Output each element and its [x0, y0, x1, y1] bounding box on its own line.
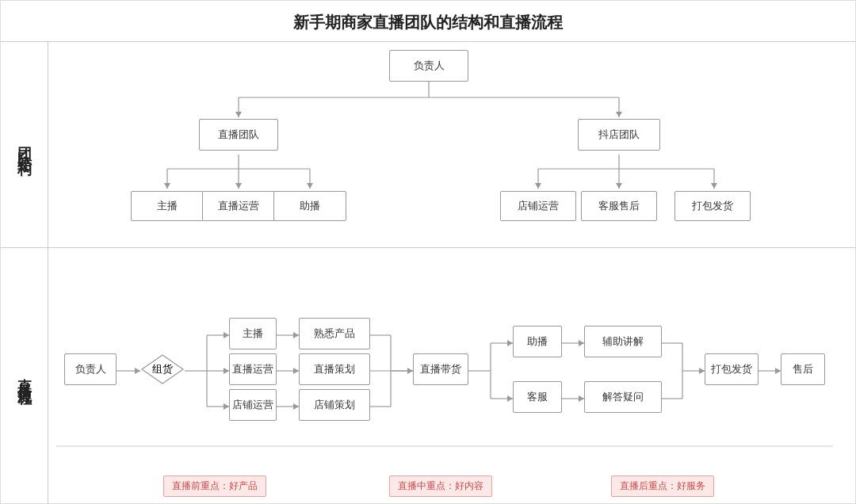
flow-scp: 熟悉产品 [299, 318, 370, 349]
flow-sh: 售后 [781, 353, 825, 385]
live-flow-label: 直播流程 [1, 248, 48, 504]
box-ddteam: 抖店团队 [578, 119, 660, 151]
svg-marker-58 [699, 368, 705, 374]
page-title: 新手期商家直播团队的结构和直播流程 [1, 1, 855, 42]
svg-marker-53 [579, 395, 584, 402]
svg-marker-30 [224, 368, 229, 374]
svg-marker-31 [224, 403, 229, 410]
svg-marker-37 [293, 403, 299, 410]
box-dpyy-top: 店铺运营 [500, 191, 576, 221]
svg-marker-33 [293, 332, 299, 338]
box-zb-top: 主播 [131, 191, 204, 221]
flow-zbch: 直播策划 [299, 353, 370, 385]
svg-marker-11 [164, 183, 170, 189]
live-flow-section: 直播流程 [1, 248, 855, 504]
svg-marker-48 [507, 340, 513, 346]
svg-marker-43 [407, 368, 413, 374]
svg-marker-4 [235, 112, 242, 117]
flow-zbdh: 直播带货 [413, 353, 468, 385]
svg-marker-51 [579, 340, 584, 346]
box-zb2-top: 助播 [273, 191, 346, 221]
svg-marker-49 [507, 395, 513, 402]
flow-dpch: 店铺策划 [299, 389, 370, 421]
flow-zbyy: 直播运营 [229, 353, 277, 385]
box-fzr-top: 负责人 [389, 50, 468, 82]
svg-marker-20 [616, 183, 622, 189]
team-structure-section: 团队结构 [1, 42, 855, 248]
flow-zu: 组货 [140, 353, 185, 385]
box-zbteam: 直播团队 [199, 119, 278, 151]
svg-marker-23 [135, 368, 140, 374]
team-label-text: 团队结构 [14, 136, 34, 155]
svg-marker-35 [293, 368, 299, 374]
highlight-mid: 直播中重点：好内容 [389, 475, 492, 497]
flow-dbfh: 打包发货 [705, 353, 759, 385]
svg-marker-60 [775, 368, 781, 374]
flow-fzr: 负责人 [64, 353, 117, 385]
team-structure-diagram: 负责人 直播团队 抖店团队 主播 直播运营 [48, 42, 855, 247]
box-dbfh-top: 打包发货 [674, 191, 751, 221]
flow-fzjj: 辅助讲解 [584, 326, 662, 357]
box-zbyy-top: 直播运营 [202, 191, 275, 221]
svg-marker-21 [711, 183, 717, 189]
highlight-before: 直播前重点：好产品 [163, 475, 266, 497]
box-kssl-top: 客服售后 [581, 191, 657, 221]
svg-marker-5 [616, 112, 622, 117]
svg-marker-12 [235, 183, 242, 189]
svg-marker-19 [535, 183, 541, 189]
team-structure-label: 团队结构 [1, 42, 48, 247]
svg-marker-13 [307, 183, 313, 189]
flow-zb2: 助播 [513, 326, 562, 357]
page: 新手期商家直播团队的结构和直播流程 团队结构 [0, 0, 856, 504]
flow-label-text: 直播流程 [14, 367, 34, 386]
flow-dpyy: 店铺运营 [229, 389, 277, 421]
flow-zb: 主播 [229, 318, 277, 349]
main-content: 团队结构 [1, 42, 855, 504]
flow-ks: 客服 [513, 381, 562, 413]
highlight-after: 直播后重点：好服务 [611, 475, 714, 497]
flow-jdyw: 解答疑问 [584, 381, 662, 413]
live-flow-diagram: 负责人 组货 主播 直播运营 [48, 248, 855, 504]
svg-marker-29 [224, 332, 229, 338]
